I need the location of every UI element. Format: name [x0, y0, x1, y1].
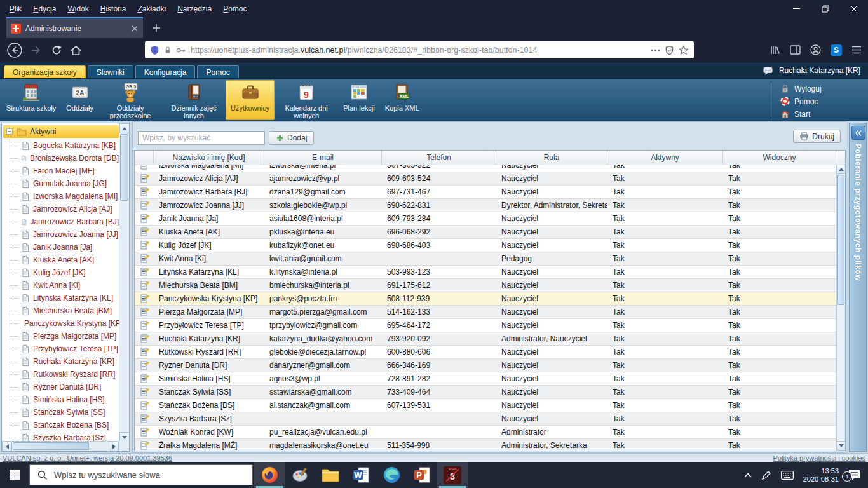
tree-item-user[interactable]: Panczykowska Krystyna [KP] — [2, 317, 119, 330]
tracking-shield-icon[interactable] — [150, 45, 159, 55]
close-window-button[interactable] — [839, 0, 868, 17]
tree-item-user[interactable]: Rutkowski Ryszard [RR] — [2, 368, 119, 381]
table-row[interactable]: Lityńska Katarzyna [KL] k.litynska@inter… — [135, 266, 836, 279]
ribbon-tab[interactable]: Pomoc — [197, 65, 238, 79]
hamburger-menu-icon[interactable] — [851, 46, 862, 54]
table-row[interactable]: Woźniak Konrad [KW] pu_realizacja@vulcan… — [135, 426, 836, 439]
tree-item-user[interactable]: Stanczak Sylwia [SS] — [2, 406, 119, 419]
tree-item-user[interactable]: Izworska Magdalena [MI] — [2, 190, 119, 203]
ribbon-button[interactable]: Struktura szkoły — [1, 80, 61, 120]
tree-root-aktywni[interactable]: Aktywni — [3, 125, 119, 138]
lock-icon[interactable] — [164, 46, 172, 55]
taskbar-paint-icon[interactable] — [285, 462, 315, 488]
table-row[interactable]: Janik Joanna [Ja] asiula1608@interia.pl … — [135, 212, 836, 226]
tree-item-user[interactable]: Kulig Józef [JK] — [2, 266, 119, 279]
tree-item-user[interactable]: Faron Maciej [MF] — [2, 165, 119, 177]
ribbon-button[interactable]: Użytkownicy — [226, 80, 275, 120]
column-header[interactable]: Widoczny — [723, 151, 836, 165]
tree-horizontal-scrollbar[interactable] — [2, 441, 119, 451]
home-button[interactable] — [67, 42, 84, 58]
tree-item-user[interactable]: Kluska Aneta [AK] — [2, 254, 119, 266]
skype-extension-icon[interactable]: S — [831, 44, 842, 56]
saved-login-key-icon[interactable] — [176, 46, 186, 54]
bookmark-star-icon[interactable] — [679, 45, 689, 55]
ribbon-button[interactable]: Plan lekcji — [338, 80, 380, 120]
table-row[interactable]: Szyszka Barbara [Sz] Nauczyciel Tak Tak — [135, 412, 836, 426]
taskbar-firefox-icon[interactable] — [254, 462, 285, 488]
taskbar-word-icon[interactable]: W — [346, 462, 376, 488]
scroll-up-icon[interactable] — [119, 123, 130, 133]
account-icon[interactable] — [810, 44, 821, 55]
ribbon-tab[interactable]: Organizacja szkoły — [4, 65, 86, 79]
action-center-button[interactable]: 1 — [848, 470, 860, 480]
table-scroll-thumb[interactable] — [837, 175, 844, 305]
table-row[interactable]: Kulig Józef [JK] kubafizyk@onet.eu 698-6… — [135, 239, 836, 252]
touch-keyboard-icon[interactable] — [781, 471, 794, 480]
url-bar[interactable]: https://uonetplus-administracja.vulcan.n… — [145, 41, 694, 58]
tree-item-user[interactable]: Miechurska Beata [BM] — [2, 304, 119, 317]
taskbar-powerpoint-icon[interactable]: P — [407, 462, 437, 488]
page-actions-icon[interactable] — [651, 49, 660, 51]
tree-item-user[interactable]: Pierzga Małgorzata [MP] — [2, 330, 119, 342]
column-header[interactable]: Telefon — [382, 151, 496, 165]
tray-chevron-up-icon[interactable] — [744, 473, 752, 478]
column-header[interactable]: Nazwisko i imię [Kod] — [154, 151, 264, 165]
quick-link[interactable]: Wyloguj — [780, 83, 863, 95]
library-icon[interactable] — [770, 45, 780, 55]
ribbon-button[interactable]: Oddziały przedszkolne — [98, 80, 162, 120]
forward-button[interactable] — [28, 42, 44, 58]
version-link[interactable]: VULCAN sp. z o. o., Uonet+, wersja 20.09… — [3, 454, 172, 462]
table-row[interactable]: Pierzga Małgorzata [MP] margot5.pierzga@… — [135, 306, 836, 319]
minimize-button[interactable] — [782, 0, 811, 17]
tree-item-user[interactable]: Przybyłowicz Teresa [TP] — [2, 342, 119, 355]
table-row[interactable]: Ryzner Danuta [DR] danaryzner@gmail.com … — [135, 359, 836, 372]
tree-item-user[interactable]: Gumulak Joanna [JG] — [2, 177, 119, 190]
table-row[interactable]: Ruchała Katarzyna [KR] katarzyna_dudka@y… — [135, 332, 836, 346]
tree-item-user[interactable]: Janik Joanna [Ja] — [2, 241, 119, 254]
scroll-right-icon[interactable] — [109, 442, 119, 451]
scroll-up-icon[interactable] — [837, 165, 846, 174]
table-row[interactable]: Jamrozowicz Joanna [JJ] szkola.glebokie@… — [135, 199, 836, 212]
ribbon-tab[interactable]: Konfiguracja — [135, 65, 196, 79]
tree-item-user[interactable]: Jamrozowicz Joanna [JJ] — [2, 228, 119, 241]
tree-item-user[interactable]: Broniszewska Dorota [DB] — [2, 152, 119, 165]
back-button[interactable] — [6, 42, 23, 58]
column-header[interactable]: Rola — [496, 151, 607, 165]
quick-link[interactable]: Pomoc — [780, 95, 863, 107]
taskbar-edge-icon[interactable] — [376, 462, 407, 488]
start-button[interactable] — [0, 462, 29, 488]
pen-icon[interactable] — [761, 470, 771, 480]
tab-close-icon[interactable] — [131, 25, 139, 32]
browser-tab-administrowanie[interactable]: Administrowanie — [6, 17, 143, 38]
table-row[interactable]: Stańczak Bożena [BS] al.stanczak@gmail.c… — [135, 399, 836, 412]
tree-item-user[interactable]: Ruchała Katarzyna [KR] — [2, 355, 119, 368]
menu-item[interactable]: Pomoc — [217, 3, 252, 15]
table-row[interactable]: Miechurska Beata [BM] bmiechurska@interi… — [135, 279, 836, 292]
expand-panel-button[interactable] — [851, 126, 865, 140]
menu-item[interactable]: Plik — [4, 3, 27, 15]
ribbon-button[interactable]: Dziennik zajęć innych — [162, 80, 226, 120]
print-button[interactable]: Drukuj — [793, 130, 841, 143]
table-row[interactable]: Kwit Anna [Ki] kwit.ania@gmail.com Pedag… — [135, 252, 836, 266]
search-input[interactable] — [138, 131, 265, 145]
reload-button[interactable] — [48, 42, 65, 58]
taskbar-psp8-icon[interactable]: PSP 8 — [437, 462, 468, 488]
chat-bubble-icon[interactable] — [763, 65, 773, 76]
table-row[interactable]: Stanczak Sylwia [SS] sstawiarska@gmail.c… — [135, 386, 836, 399]
scroll-left-icon[interactable] — [2, 442, 12, 451]
taskbar-search[interactable]: Wpisz tu wyszukiwane słowa — [29, 464, 253, 485]
menu-item[interactable]: Historia — [95, 3, 132, 15]
new-tab-button[interactable] — [150, 22, 163, 34]
table-row[interactable]: Źrałka Magdalena [MŹ] magdalenasikorska@… — [135, 439, 836, 451]
taskbar-explorer-icon[interactable] — [315, 462, 346, 488]
partial-row-clipped[interactable]: Izworska Magdalena [MI] izworska@interia… — [135, 165, 836, 172]
sidebar-toggle-icon[interactable] — [790, 45, 801, 55]
ribbon-button[interactable]: Kopia XML — [380, 80, 424, 120]
privacy-policy-link[interactable]: Polityka prywatności i cookies — [773, 454, 865, 462]
menu-item[interactable]: Edycja — [27, 3, 62, 15]
table-row[interactable]: Panczykowska Krystyna [KP] pankrys@poczt… — [135, 292, 836, 306]
add-button[interactable]: Dodaj — [269, 131, 314, 145]
tree-hscroll-thumb[interactable] — [13, 442, 89, 450]
table-row[interactable]: Jamrozowicz Barbara [BJ] dzana129@gmail.… — [135, 186, 836, 199]
permissions-shield-icon[interactable] — [665, 45, 674, 55]
